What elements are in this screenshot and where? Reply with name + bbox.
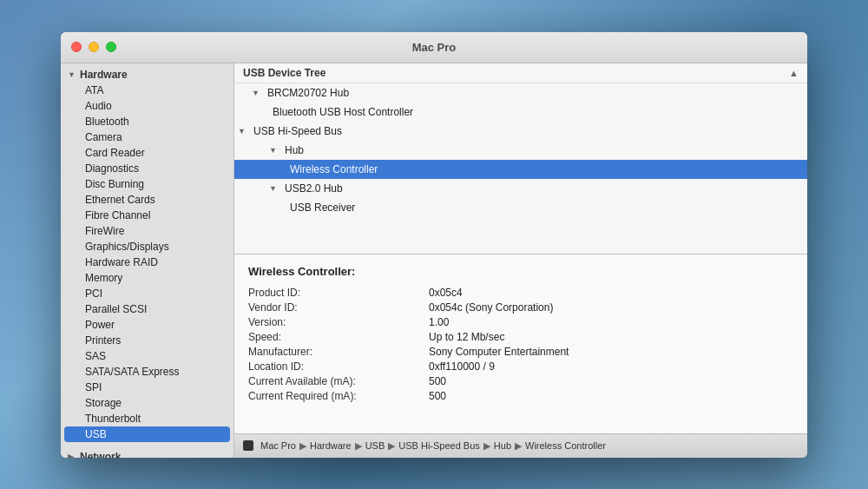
- brcm-triangle: ▼: [252, 89, 260, 97]
- sidebar-item-camera[interactable]: Camera: [61, 129, 233, 145]
- breadcrumb-item-3: USB Hi-Speed Bus: [398, 440, 480, 451]
- network-section: ▶ Network: [61, 446, 233, 458]
- tree-item-brcm[interactable]: ▼ BRCM20702 Hub: [234, 83, 807, 102]
- hispeed-label: USB Hi-Speed Bus: [250, 123, 345, 139]
- tree-item-bt-host[interactable]: Bluetooth USB Host Controller: [234, 102, 807, 122]
- breadcrumb-item-4: Hub: [494, 440, 511, 451]
- tree-panel[interactable]: USB Device Tree ▲ ▼ BRCM20702 Hub Blueto…: [234, 63, 807, 254]
- sidebar-item-bluetooth[interactable]: Bluetooth: [61, 114, 233, 129]
- network-section-header[interactable]: ▶ Network: [61, 449, 233, 458]
- sep-4: ▶: [515, 440, 522, 452]
- detail-panel: Wireless Controller: Product ID: 0x05c4 …: [234, 254, 807, 433]
- sidebar-item-card-reader[interactable]: Card Reader: [61, 145, 233, 161]
- field-vendor-id-key: Vendor ID:: [248, 301, 422, 314]
- field-current-req-key: Current Required (mA):: [248, 390, 422, 402]
- usb2hub-label: USB2.0 Hub: [281, 181, 346, 196]
- detail-title: Wireless Controller:: [248, 265, 793, 278]
- hub-label: Hub: [281, 142, 307, 158]
- sidebar-item-power[interactable]: Power: [61, 317, 233, 333]
- titlebar: Mac Pro: [61, 32, 807, 63]
- hub-triangle: ▼: [269, 146, 278, 155]
- sidebar-item-ethernet-cards[interactable]: Ethernet Cards: [61, 192, 233, 208]
- tree-item-usb-receiver[interactable]: USB Receiver: [234, 198, 807, 217]
- mac-pro-icon: [243, 440, 253, 451]
- field-current-req-val: 500: [429, 390, 793, 402]
- hardware-section: ▼ Hardware ATA Audio Bluetooth Camera Ca…: [61, 63, 233, 446]
- sidebar-item-printers[interactable]: Printers: [61, 333, 233, 348]
- sidebar-item-audio[interactable]: Audio: [61, 98, 233, 114]
- hardware-section-header[interactable]: ▼ Hardware: [61, 67, 233, 83]
- bt-host-label: Bluetooth USB Host Controller: [269, 104, 417, 120]
- hardware-label: Hardware: [80, 69, 128, 81]
- field-current-avail-key: Current Available (mA):: [248, 375, 422, 387]
- sidebar-item-storage[interactable]: Storage: [61, 395, 233, 411]
- usb-receiver-label: USB Receiver: [286, 200, 358, 215]
- sidebar-item-diagnostics[interactable]: Diagnostics: [61, 161, 233, 176]
- hardware-triangle: ▼: [68, 70, 76, 79]
- traffic-lights: [71, 42, 116, 52]
- window-title: Mac Pro: [412, 41, 457, 54]
- network-label: Network: [80, 451, 121, 458]
- sidebar-item-memory[interactable]: Memory: [61, 270, 233, 286]
- maximize-button[interactable]: [106, 42, 116, 52]
- close-button[interactable]: [71, 42, 82, 52]
- sidebar-item-firewire[interactable]: FireWire: [61, 223, 233, 239]
- sidebar-item-sata[interactable]: SATA/SATA Express: [61, 364, 233, 380]
- field-version-key: Version:: [248, 316, 422, 328]
- sep-1: ▶: [355, 440, 362, 452]
- field-location-key: Location ID:: [248, 360, 422, 373]
- sidebar-item-usb[interactable]: USB: [64, 426, 230, 442]
- brcm-label: BRCM20702 Hub: [264, 85, 352, 101]
- wireless-controller-label: Wireless Controller: [286, 162, 381, 177]
- sidebar-item-parallel-scsi[interactable]: Parallel SCSI: [61, 301, 233, 317]
- detail-table: Product ID: 0x05c4 Vendor ID: 0x054c (So…: [248, 287, 793, 402]
- sidebar-item-ata[interactable]: ATA: [61, 83, 233, 98]
- breadcrumb-item-1: Hardware: [310, 440, 352, 451]
- tree-item-usb2hub[interactable]: ▼ USB2.0 Hub: [234, 179, 807, 198]
- sidebar-item-hardware-raid[interactable]: Hardware RAID: [61, 254, 233, 270]
- breadcrumb-item-5: Wireless Controller: [525, 440, 606, 451]
- network-triangle: ▶: [68, 453, 76, 458]
- sidebar-item-pci[interactable]: PCI: [61, 286, 233, 301]
- tree-item-wireless-controller[interactable]: Wireless Controller: [234, 160, 807, 179]
- tree-header-label: USB Device Tree: [243, 67, 326, 79]
- breadcrumb-item-0: Mac Pro: [260, 440, 296, 451]
- field-product-id-key: Product ID:: [248, 287, 422, 299]
- hispeed-triangle: ▼: [238, 127, 247, 135]
- tree-item-usb-hispeed[interactable]: ▼ USB Hi-Speed Bus: [234, 122, 807, 141]
- sep-0: ▶: [299, 440, 306, 452]
- field-speed-key: Speed:: [248, 331, 422, 343]
- breadcrumb: Mac Pro ▶ Hardware ▶ USB ▶ USB Hi-Speed …: [234, 433, 807, 458]
- content-area: ▼ Hardware ATA Audio Bluetooth Camera Ca…: [61, 63, 807, 458]
- main-panel: USB Device Tree ▲ ▼ BRCM20702 Hub Blueto…: [234, 63, 807, 458]
- sidebar-item-disc-burning[interactable]: Disc Burning: [61, 176, 233, 192]
- sidebar-item-spi[interactable]: SPI: [61, 380, 233, 395]
- field-speed-val: Up to 12 Mb/sec: [429, 331, 793, 343]
- field-version-val: 1.00: [429, 316, 793, 328]
- sep-3: ▶: [483, 440, 490, 452]
- sidebar-item-fibre-channel[interactable]: Fibre Channel: [61, 208, 233, 223]
- field-vendor-id-val: 0x054c (Sony Corporation): [429, 301, 793, 314]
- sidebar: ▼ Hardware ATA Audio Bluetooth Camera Ca…: [61, 63, 234, 458]
- sidebar-item-sas[interactable]: SAS: [61, 348, 233, 364]
- field-product-id-val: 0x05c4: [429, 287, 793, 299]
- minimize-button[interactable]: [89, 42, 99, 52]
- tree-item-hub[interactable]: ▼ Hub: [234, 141, 807, 160]
- field-manufacturer-key: Manufacturer:: [248, 346, 422, 358]
- tree-header: USB Device Tree ▲: [234, 63, 807, 83]
- usb2hub-triangle: ▼: [269, 184, 278, 193]
- sidebar-item-thunderbolt[interactable]: Thunderbolt: [61, 411, 233, 426]
- main-window: Mac Pro ▼ Hardware ATA Audio Bluetooth C…: [61, 32, 807, 458]
- field-location-val: 0xff110000 / 9: [429, 360, 793, 373]
- field-manufacturer-val: Sony Computer Entertainment: [429, 346, 793, 358]
- collapse-icon[interactable]: ▲: [789, 68, 799, 78]
- sep-2: ▶: [388, 440, 395, 452]
- breadcrumb-item-2: USB: [365, 440, 385, 451]
- sidebar-item-graphics-displays[interactable]: Graphics/Displays: [61, 239, 233, 254]
- field-current-avail-val: 500: [429, 375, 793, 387]
